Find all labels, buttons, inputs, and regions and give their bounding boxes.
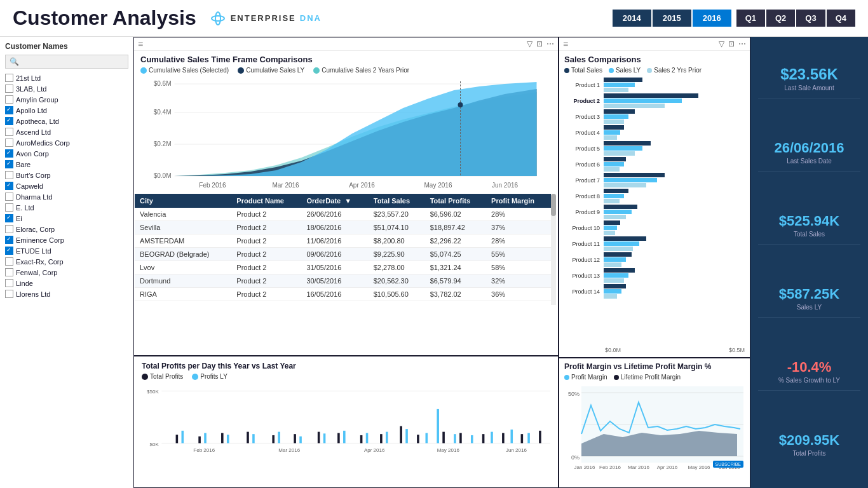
svg-rect-38: [366, 433, 369, 443]
svg-rect-52: [502, 433, 505, 443]
checkbox-apotheca[interactable]: ✓: [5, 117, 13, 125]
svg-text:Jun 2016: Jun 2016: [492, 182, 519, 189]
checkbox-elorac[interactable]: [5, 225, 13, 233]
search-input[interactable]: [22, 58, 124, 65]
list-item[interactable]: E. Ltd: [5, 202, 128, 213]
checkbox-fenwal[interactable]: [5, 268, 13, 276]
svg-text:Feb 2016: Feb 2016: [599, 464, 621, 470]
kpi-total-sales-value: $525.94K: [758, 213, 860, 229]
bar-row: Product 1: [564, 78, 745, 92]
subscribe-badge[interactable]: SUBSCRIBE: [713, 461, 743, 468]
col-orderdate[interactable]: OrderDate ▼: [301, 194, 368, 208]
table-row[interactable]: BEOGRAD (Belgrade) Product 2 09/06/2016 …: [135, 248, 551, 261]
table-row[interactable]: Dortmund Product 2 30/05/2016 $20,562.30…: [135, 274, 551, 288]
checkbox-etude[interactable]: ✓: [5, 247, 13, 255]
col-profits: Total Profits: [425, 194, 486, 208]
list-item[interactable]: 21st Ltd: [5, 72, 128, 83]
checkbox-21st[interactable]: [5, 74, 13, 82]
table-row[interactable]: Valencia Product 2 26/06/2016 $23,557.20…: [135, 208, 551, 221]
q2-btn[interactable]: Q2: [766, 10, 795, 27]
checkbox-burts[interactable]: [5, 171, 13, 179]
checkbox-auro[interactable]: [5, 139, 13, 147]
svg-point-1: [212, 16, 224, 21]
table-row[interactable]: Sevilla Product 2 18/06/2016 $51,074.10 …: [135, 221, 551, 234]
svg-rect-44: [426, 433, 428, 443]
list-item[interactable]: Exact-Rx, Corp: [5, 256, 128, 267]
search-box[interactable]: 🔍: [5, 55, 128, 69]
list-item[interactable]: ✓ Ei: [5, 213, 128, 224]
year-2014-btn[interactable]: 2014: [613, 10, 651, 27]
kpi-sales-ly-label: Sales LY: [758, 304, 860, 311]
svg-rect-41: [400, 426, 402, 444]
list-item[interactable]: AuroMedics Corp: [5, 137, 128, 148]
logo-enterprise: ENTERPRISE: [231, 13, 296, 23]
sales-comp-title: Sales Comparisons: [564, 55, 745, 64]
svg-text:Mar 2016: Mar 2016: [628, 464, 649, 470]
checkbox-ei[interactable]: ✓: [5, 214, 13, 222]
list-item[interactable]: ✓ ETUDE Ltd: [5, 245, 128, 256]
q4-btn[interactable]: Q4: [827, 10, 855, 27]
filter-icon[interactable]: ▽: [527, 39, 532, 48]
list-item[interactable]: ✓ Apollo Ltd: [5, 105, 128, 116]
checkbox-ascend[interactable]: [5, 128, 13, 136]
expand-icon[interactable]: ⊡: [536, 39, 543, 48]
list-item[interactable]: Linde: [5, 278, 128, 288]
checkbox-llorens[interactable]: [5, 290, 13, 298]
list-item[interactable]: Amylin Group: [5, 94, 128, 105]
checkbox-avon[interactable]: ✓: [5, 149, 13, 158]
kpi-total-sales: $525.94K Total Sales: [758, 213, 860, 245]
legend-selected: Cumulative Sales (Selected): [140, 67, 229, 74]
svg-text:Apr 2016: Apr 2016: [657, 464, 678, 470]
svg-rect-56: [539, 431, 541, 444]
q3-btn[interactable]: Q3: [796, 10, 825, 27]
profits-chart-svg: $50K $0K: [142, 383, 550, 456]
svg-text:May 2016: May 2016: [688, 464, 710, 470]
kpi-sales-growth: -10.4% % Sales Growth to LY: [758, 359, 860, 391]
svg-rect-37: [360, 435, 363, 444]
year-2016-btn[interactable]: 2016: [693, 10, 731, 27]
svg-text:0%: 0%: [571, 454, 580, 461]
checkbox-capweld[interactable]: ✓: [5, 182, 13, 190]
list-item[interactable]: Elorac, Corp: [5, 224, 128, 234]
checkbox-apollo[interactable]: ✓: [5, 106, 13, 114]
q1-btn[interactable]: Q1: [736, 10, 765, 27]
year-2015-btn[interactable]: 2015: [653, 10, 691, 27]
checkbox-exactrx[interactable]: [5, 257, 13, 266]
more-icon[interactable]: ⋯: [546, 39, 554, 48]
kpi-sales-ly-value: $587.25K: [758, 286, 860, 302]
checkbox-eltd[interactable]: [5, 203, 13, 212]
expand-icon-2[interactable]: ⊡: [728, 39, 735, 48]
table-row[interactable]: Lvov Product 2 31/05/2016 $2,278.00 $1,3…: [135, 261, 551, 274]
filter-icon-2[interactable]: ▽: [719, 39, 724, 48]
checkbox-bare[interactable]: ✓: [5, 160, 13, 168]
list-item[interactable]: ✓ Apotheca, Ltd: [5, 116, 128, 126]
list-item[interactable]: ✓ Eminence Corp: [5, 234, 128, 245]
svg-text:May 2016: May 2016: [424, 182, 452, 189]
checkbox-linde[interactable]: [5, 279, 13, 287]
svg-rect-31: [294, 434, 296, 443]
list-item[interactable]: Fenwal, Corp: [5, 267, 128, 278]
list-item[interactable]: ✓ Bare: [5, 159, 128, 170]
svg-rect-42: [405, 429, 408, 443]
checkbox-3lab[interactable]: [5, 85, 13, 93]
checkbox-eminence[interactable]: ✓: [5, 236, 13, 244]
svg-rect-36: [343, 431, 346, 444]
pm-legend-margin: Profit Margin: [564, 374, 607, 381]
checkbox-amylin[interactable]: [5, 95, 13, 104]
list-item[interactable]: ✓ Avon Corp: [5, 148, 128, 159]
checkbox-dharma[interactable]: [5, 193, 13, 201]
list-item[interactable]: 3LAB, Ltd: [5, 83, 128, 94]
table-row[interactable]: RIGA Product 2 16/05/2016 $10,505.60 $3,…: [135, 288, 551, 301]
list-item[interactable]: Llorens Ltd: [5, 288, 128, 299]
table-row[interactable]: AMSTERDAM Product 2 11/06/2016 $8,200.80…: [135, 234, 551, 248]
svg-text:50%: 50%: [568, 391, 580, 397]
list-item[interactable]: ✓ Capweld: [5, 180, 128, 191]
list-item[interactable]: Ascend Ltd: [5, 126, 128, 137]
profit-margin-panel: Profit Margin vs Lifetime Profit Margin …: [559, 357, 750, 487]
list-item[interactable]: Dharma Ltd: [5, 191, 128, 202]
list-item[interactable]: Burt's Corp: [5, 170, 128, 180]
more-icon-2[interactable]: ⋯: [738, 39, 746, 48]
kpi-last-sale-label: Last Sale Amount: [758, 85, 860, 92]
sc-legend-total: Total Sales: [564, 67, 602, 74]
svg-rect-47: [454, 434, 456, 443]
